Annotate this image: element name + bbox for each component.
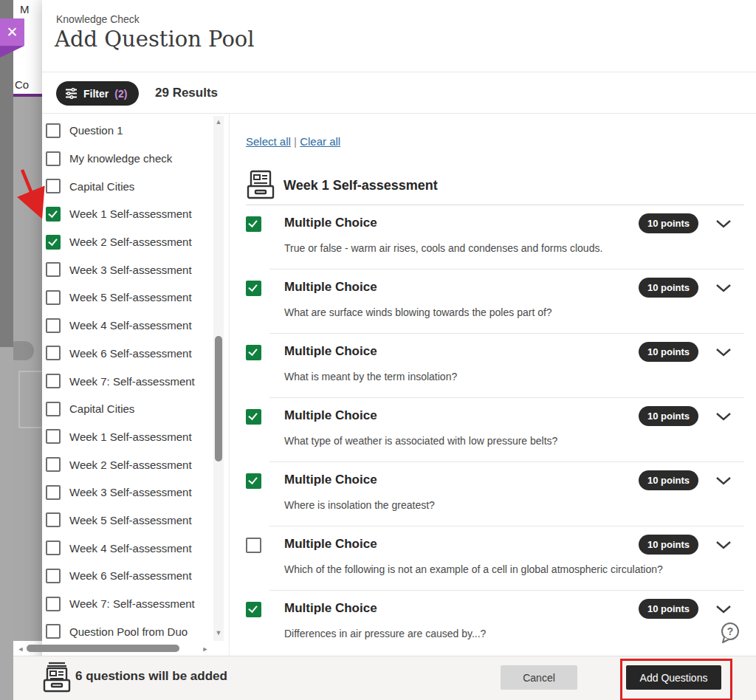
pool-label: Week 7: Self-assessment <box>69 375 195 388</box>
footer-bar: 6 questions will be added Cancel Add Que… <box>13 656 756 700</box>
chevron-down-icon[interactable] <box>715 283 732 293</box>
question-text: What are surface winds blowing towards t… <box>284 306 552 318</box>
pool-list-item[interactable]: Week 6 Self-assessment <box>46 562 213 590</box>
pool-label: My knowledge check <box>69 152 172 165</box>
chevron-down-icon[interactable] <box>715 604 732 614</box>
question-checkbox[interactable] <box>246 281 261 296</box>
pool-list-item[interactable]: Week 7: Self-assessment <box>46 367 213 395</box>
chevron-down-icon[interactable] <box>715 347 732 357</box>
pool-list-item[interactable]: Week 4 Self-assessment <box>46 312 213 340</box>
question-checkbox[interactable] <box>246 538 261 553</box>
pool-list-item[interactable]: Capital Cities <box>46 172 213 200</box>
chevron-down-icon[interactable] <box>715 540 732 550</box>
pool-checkbox[interactable] <box>46 346 61 360</box>
chevron-down-icon[interactable] <box>715 411 732 422</box>
pool-label: Week 2 Self-assessment <box>69 236 192 248</box>
select-all-link[interactable]: Select all <box>246 135 291 148</box>
sidebar-scrollbar-thumb[interactable] <box>215 336 222 461</box>
pool-checkbox[interactable] <box>46 151 61 166</box>
question-checkbox[interactable] <box>246 216 261 232</box>
pool-checkbox[interactable] <box>46 290 61 305</box>
question-row: Multiple Choice 10 points What type of w… <box>246 398 744 462</box>
points-badge: 10 points <box>639 470 698 490</box>
chevron-down-icon[interactable] <box>715 219 732 229</box>
pool-label: Week 1 Self-assessment <box>69 207 192 220</box>
background-shape-circle <box>13 341 34 360</box>
question-row: Multiple Choice 10 points What is meant … <box>246 334 744 398</box>
pool-list-item[interactable]: Week 3 Self-assessment <box>46 478 213 507</box>
pool-list-item[interactable]: Week 2 Self-assessment <box>46 450 213 478</box>
scroll-left-arrow-icon[interactable]: ◄ <box>16 645 25 653</box>
pool-checkbox[interactable] <box>46 123 61 138</box>
points-badge: 10 points <box>639 278 698 298</box>
pool-checkbox[interactable] <box>46 597 61 611</box>
question-type-label: Multiple Choice <box>284 408 377 423</box>
pool-label: Week 3 Self-assessment <box>69 486 192 498</box>
divider <box>42 72 756 72</box>
question-type-label: Multiple Choice <box>284 344 377 359</box>
pool-list-item[interactable]: Week 1 Self-assessment <box>46 423 213 451</box>
page-scrollbar[interactable] <box>0 0 13 700</box>
pool-checkbox[interactable] <box>46 457 61 472</box>
pool-checkbox[interactable] <box>46 207 61 222</box>
pool-label: Question 1 <box>69 124 123 137</box>
scroll-up-arrow-icon[interactable]: ▲ <box>213 117 224 126</box>
question-checkbox[interactable] <box>246 602 261 617</box>
background-page-text: M <box>20 3 30 16</box>
pool-checkbox[interactable] <box>46 485 61 500</box>
pool-list-item[interactable]: My knowledge check <box>46 145 213 173</box>
results-count: 29 Results <box>155 86 218 100</box>
filter-button[interactable]: Filter (2) <box>56 81 139 106</box>
pool-list-item[interactable]: Week 3 Self-assessment <box>46 255 213 284</box>
close-icon: ✕ <box>7 24 18 41</box>
close-button[interactable]: ✕ <box>0 18 24 46</box>
question-checkbox[interactable] <box>246 409 261 425</box>
question-checkbox[interactable] <box>246 345 261 360</box>
pool-list-item[interactable]: Week 5 Self-assessment <box>46 284 213 312</box>
question-text: Which of the following is not an example… <box>284 563 663 575</box>
pool-checkbox[interactable] <box>46 569 61 583</box>
dialog-eyebrow: Knowledge Check <box>56 13 140 25</box>
help-icon[interactable]: ? <box>718 621 742 645</box>
pool-list-item[interactable]: Week 1 Self-assessment <box>46 200 213 228</box>
pool-label: Week 2 Self-assessment <box>69 459 192 471</box>
pool-list-item[interactable]: Week 5 Self-assessment <box>46 507 213 535</box>
pool-list-item[interactable]: Capital Cities <box>46 395 213 423</box>
add-questions-button[interactable]: Add Questions <box>626 665 721 690</box>
cancel-button[interactable]: Cancel <box>501 665 577 690</box>
pool-title: Week 1 Self-assessment <box>284 178 438 193</box>
pool-list-item[interactable]: Week 7: Self-assessment <box>46 590 213 618</box>
panel-divider <box>229 114 230 656</box>
background-page-peek: M Co <box>13 0 42 700</box>
scroll-down-arrow-icon[interactable]: ▼ <box>213 628 224 637</box>
question-checkbox[interactable] <box>246 473 261 489</box>
pool-checkbox[interactable] <box>46 262 61 277</box>
question-text: Differences in air pressure are caused b… <box>284 628 486 639</box>
questions-stack-icon <box>42 662 72 694</box>
pool-checkbox[interactable] <box>46 179 61 193</box>
pool-checkbox[interactable] <box>46 318 61 333</box>
close-button-ribbon <box>0 46 24 58</box>
pool-list-item[interactable]: Week 6 Self-assessment <box>46 340 213 368</box>
background-shape-panel <box>18 371 42 428</box>
pool-checkbox[interactable] <box>46 512 61 527</box>
pool-checkbox[interactable] <box>46 402 61 416</box>
clear-all-link[interactable]: Clear all <box>300 135 340 148</box>
pool-list-item[interactable]: Question Pool from Duo <box>46 617 213 645</box>
chevron-down-icon[interactable] <box>715 476 732 486</box>
pool-checkbox[interactable] <box>46 374 61 388</box>
question-text: What is meant by the term insolation? <box>284 371 457 382</box>
pool-checkbox[interactable] <box>46 235 61 250</box>
pool-list-item[interactable]: Week 2 Self-assessment <box>46 228 213 256</box>
pool-label: Week 5 Self-assessment <box>69 514 192 526</box>
pool-list-item[interactable]: Question 1 <box>46 117 213 145</box>
pool-checkbox[interactable] <box>46 624 61 639</box>
question-row: Multiple Choice 10 points What are surfa… <box>246 270 744 334</box>
pool-checkbox[interactable] <box>46 429 61 444</box>
filter-count: (2) <box>114 88 127 100</box>
scroll-right-arrow-icon[interactable]: ► <box>201 645 210 653</box>
pool-checkbox[interactable] <box>46 541 61 555</box>
sidebar-hscrollbar-thumb[interactable] <box>27 645 179 652</box>
pool-list-item[interactable]: Week 4 Self-assessment <box>46 534 213 562</box>
tab-underline <box>13 94 42 97</box>
